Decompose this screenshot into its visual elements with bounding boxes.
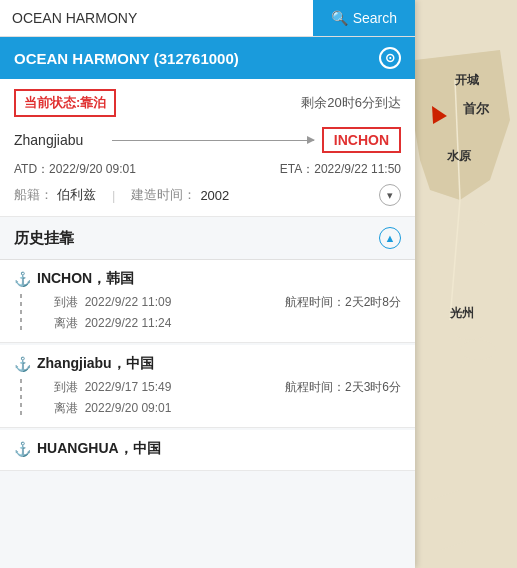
flag-detail: 船籍： 伯利兹: [14, 186, 96, 204]
remaining-time: 剩余20时6分到达: [301, 94, 401, 112]
departure-row-1: 离港 2022/9/20 09:01: [54, 400, 401, 417]
duration-1: 航程时间：2天3时6分: [285, 379, 401, 396]
anchor-icon-1: ⚓: [14, 356, 31, 372]
route-row: Zhangjiabu INCHON: [14, 127, 401, 153]
flag-value: 伯利兹: [57, 186, 96, 204]
port-name-0: INCHON，韩国: [37, 270, 134, 288]
anchor-icon-2: ⚓: [14, 441, 31, 457]
search-icon: 🔍: [331, 10, 348, 26]
history-section: 历史挂靠 ▲ ⚓ INCHON，韩国 到港 2022/9/22 11:09: [0, 217, 415, 568]
vessel-header: OCEAN HARMONY (312761000) ⊙: [0, 37, 415, 79]
chevron-up-icon-history: ▲: [385, 232, 396, 244]
arrival-row-1: 到港 2022/9/17 15:49 航程时间：2天3时6分: [54, 379, 401, 396]
port-name-2: HUANGHUA，中国: [37, 440, 161, 458]
build-detail: 建造时间： 2002: [131, 186, 229, 204]
search-button[interactable]: 🔍 Search: [313, 0, 415, 36]
anchor-icon-0: ⚓: [14, 271, 31, 287]
port-from-label: Zhangjiabu: [14, 132, 104, 148]
search-button-label: Search: [353, 10, 397, 26]
map-label-suwon: 水原: [447, 148, 471, 165]
arrival-label-0: 到港 2022/9/22 11:09: [54, 294, 171, 311]
departure-label-1: 离港 2022/9/20 09:01: [54, 400, 171, 417]
vessel-header-expand[interactable]: ⊙: [379, 47, 401, 69]
duration-0: 航程时间：2天2时8分: [285, 294, 401, 311]
port-to-badge: INCHON: [322, 127, 401, 153]
map-label-seoul: 首尔: [463, 100, 489, 118]
departure-row-0: 离港 2022/9/22 11:24: [54, 315, 401, 332]
arrival-label-1: 到港 2022/9/17 15:49: [54, 379, 171, 396]
status-badge: 当前状态:靠泊: [14, 89, 116, 117]
details-expand-button[interactable]: ▾: [379, 184, 401, 206]
route-arrow: [112, 140, 314, 141]
port-name-row-1: ⚓ Zhangjiabu，中国: [14, 355, 401, 373]
history-header: 历史挂靠 ▲: [0, 217, 415, 260]
build-value: 2002: [200, 188, 229, 203]
main-panel: 🔍 Search OCEAN HARMONY (312761000) ⊙ 当前状…: [0, 0, 415, 568]
svg-point-2: [430, 220, 510, 340]
svg-point-6: [460, 340, 496, 360]
chevron-down-icon: ▾: [387, 189, 393, 202]
dates-row: ATD：2022/9/20 09:01 ETA：2022/9/22 11:50: [14, 161, 401, 178]
port-name-row-2: ⚓ HUANGHUA，中国: [14, 440, 401, 458]
flag-label: 船籍：: [14, 186, 53, 204]
map-label-gwangju: 光州: [450, 305, 474, 322]
port-name-1: Zhangjiabu，中国: [37, 355, 154, 373]
map-label-kaesong: 开城: [455, 72, 479, 89]
departure-label-0: 离港 2022/9/22 11:24: [54, 315, 171, 332]
history-title: 历史挂靠: [14, 229, 74, 248]
arrival-row-0: 到港 2022/9/22 11:09 航程时间：2天2时8分: [54, 294, 401, 311]
chevron-up-icon: ⊙: [385, 51, 395, 65]
vessel-header-title: OCEAN HARMONY (312761000): [14, 50, 239, 67]
build-label: 建造时间：: [131, 186, 196, 204]
status-row: 当前状态:靠泊 剩余20时6分到达: [14, 89, 401, 117]
atd-label: ATD：2022/9/20 09:01: [14, 161, 136, 178]
vessel-details-row: 船籍： 伯利兹 | 建造时间： 2002 ▾: [14, 184, 401, 206]
search-input[interactable]: [0, 0, 313, 36]
history-expand-button[interactable]: ▲: [379, 227, 401, 249]
history-item-1: ⚓ Zhangjiabu，中国 到港 2022/9/17 15:49 航程时间：…: [0, 345, 415, 428]
eta-label: ETA：2022/9/22 11:50: [280, 161, 401, 178]
vessel-info-section: 当前状态:靠泊 剩余20时6分到达 Zhangjiabu INCHON ATD：…: [0, 79, 415, 217]
history-item-2: ⚓ HUANGHUA，中国: [0, 430, 415, 471]
history-item-0: ⚓ INCHON，韩国 到港 2022/9/22 11:09 航程时间：2天2时…: [0, 260, 415, 343]
svg-point-7: [478, 413, 502, 427]
port-name-row-0: ⚓ INCHON，韩国: [14, 270, 401, 288]
search-bar: 🔍 Search: [0, 0, 415, 37]
